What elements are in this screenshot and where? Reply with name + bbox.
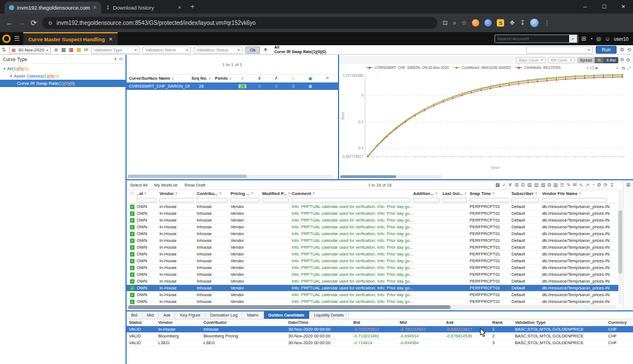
- table-row[interactable]: ✓OWNIn-HouseInhouseVendorInfo: PRPTUAL c…: [127, 244, 618, 251]
- close-button[interactable]: ✕: [614, 0, 633, 14]
- ok-button[interactable]: Ok: [245, 46, 260, 54]
- grid-vscrollbar[interactable]: [618, 189, 622, 305]
- column-header-snap-time[interactable]: Snap Time⇕: [470, 191, 511, 196]
- row-checkbox[interactable]: ✓: [128, 225, 137, 229]
- attach-icon[interactable]: ✉: [573, 182, 577, 188]
- table-row[interactable]: ✓OWNIn-HouseInhouseVendorInfo: PRPTUAL c…: [127, 292, 618, 298]
- table-row[interactable]: ✓OWNIn-HouseInhouseVendorInfo: PRPTUAL c…: [127, 285, 618, 292]
- panel-toggle-icon[interactable]: ⊞: [626, 182, 631, 188]
- golden-candidate-row[interactable]: VALIDBloombergBloomberg Pricing30-Nov-20…: [127, 333, 633, 340]
- show-draft-link[interactable]: Show Draft: [184, 183, 205, 188]
- filter-input-snap-time[interactable]: [470, 198, 509, 202]
- refresh-icon[interactable]: ⟳: [604, 182, 608, 188]
- open-window-icon[interactable]: ⧉: [622, 66, 625, 71]
- export-grid-icon[interactable]: ▤: [527, 182, 532, 188]
- column-header-bid[interactable]: Bid: [353, 320, 400, 325]
- search-account-input[interactable]: [495, 36, 569, 41]
- close-app-tab-icon[interactable]: ✕: [109, 37, 112, 42]
- table-row[interactable]: ✓OWNIn-HouseInhouseVendorInfo: PRPTUAL c…: [127, 231, 618, 237]
- suspect-pause-icon[interactable]: ‖: [251, 76, 268, 81]
- column-header-ask[interactable]: Ask: [446, 320, 492, 325]
- table-row[interactable]: ✓OWNIn-HouseInhouseVendorInfo: PRPTUAL c…: [127, 224, 618, 231]
- chart-settings-icon[interactable]: ⚙: [626, 58, 630, 63]
- address-bar[interactable]: ⚙ invm192.thegoldensource.com:8543/GS/pr…: [42, 17, 437, 29]
- run-button[interactable]: Run: [596, 46, 617, 54]
- close-tab-icon[interactable]: ✕: [177, 5, 181, 10]
- tab-liquidity-details[interactable]: Liquidity Details: [310, 311, 349, 319]
- table-row[interactable]: ✓OWNIn-HouseInhouseVendorInfo: PRPTUAL c…: [127, 251, 618, 258]
- column-header-vendor-file-name[interactable]: Vendor File Name⇕: [542, 191, 610, 196]
- row-checkbox[interactable]: ✓: [128, 239, 137, 243]
- warning-icon[interactable]: ⚠: [285, 76, 302, 81]
- extension-blue-icon[interactable]: [484, 19, 492, 27]
- column-header-st[interactable]: ..st⇕: [137, 191, 159, 196]
- tree-item-asset-classes[interactable]: ▾ Asset Classes(1)(0)(0): [0, 72, 125, 80]
- validation-name-select[interactable]: Validation Name ▾: [142, 46, 191, 54]
- caret-icon[interactable]: ▾: [3, 67, 6, 71]
- tab-ask[interactable]: Ask: [159, 311, 176, 319]
- browser-menu-icon[interactable]: ⋮: [544, 19, 550, 27]
- row-checkbox[interactable]: ✓: [128, 245, 137, 250]
- approve-icon[interactable]: ✓: [615, 66, 619, 71]
- failed-cross-icon[interactable]: ✗: [268, 76, 285, 81]
- filter-input-comment[interactable]: [292, 198, 410, 202]
- cast-icon[interactable]: ⊡: [443, 19, 448, 27]
- curve-type-header[interactable]: Curve Type ▾ ⟲: [0, 55, 125, 64]
- tab-key-figure[interactable]: Key Figure: [175, 311, 205, 319]
- link-icon[interactable]: ∿: [579, 182, 583, 188]
- row-checkbox[interactable]: ✓: [128, 272, 137, 277]
- column-header-date-time[interactable]: Date/Time: [288, 320, 353, 325]
- column-header-rank[interactable]: Rank: [492, 320, 515, 325]
- apps-grid-icon[interactable]: ⊞: [582, 36, 586, 42]
- filter-input-addition[interactable]: [413, 198, 440, 202]
- refresh-button[interactable]: ⟳: [31, 19, 37, 27]
- remove-column-icon[interactable]: ⊟: [521, 182, 525, 188]
- row-checkbox[interactable]: ✓: [128, 211, 137, 216]
- validation-type-select[interactable]: Validation Type ▾: [91, 46, 140, 54]
- downloads-button[interactable]: ↧: [520, 19, 525, 27]
- user-icon[interactable]: ☺: [605, 36, 610, 42]
- print-icon[interactable]: ☰: [560, 182, 565, 188]
- gear-icon[interactable]: ⚙: [619, 47, 624, 53]
- mail-icon[interactable]: ✉: [84, 47, 88, 53]
- row-checkbox[interactable]: ✓: [128, 259, 137, 263]
- percent-button[interactable]: %: [595, 57, 604, 63]
- report-icon[interactable]: ▨: [553, 182, 558, 188]
- edit-icon[interactable]: ✎: [566, 182, 570, 188]
- tree-item-curve-ir-swap-rate[interactable]: Curve IR Swap Rate(1)(0)(0): [0, 80, 125, 87]
- tree-item-all[interactable]: ▾ All(1)(0)(0): [0, 65, 125, 72]
- row-checkbox[interactable]: ✓: [128, 266, 137, 270]
- validation-status-select[interactable]: Validation Status ▾: [194, 46, 242, 54]
- browser-tab-active[interactable]: invm192.thegoldensource.com ✕: [5, 2, 101, 14]
- row-checkbox[interactable]: ✓: [128, 218, 137, 223]
- golden-candidate-row[interactable]: VALIDIn-HouseInhouse30-Nov-2020 00:00:00…: [127, 326, 633, 333]
- caret-icon[interactable]: ▾: [10, 74, 12, 79]
- csv-export-icon[interactable]: ▦: [76, 47, 81, 53]
- bookmark-star-icon[interactable]: ☆: [461, 19, 467, 27]
- filter-input-st[interactable]: [137, 198, 157, 202]
- site-settings-icon[interactable]: ⚙: [48, 20, 53, 26]
- zoom-in-icon[interactable]: ⊕: [54, 47, 58, 53]
- select-all-link[interactable]: Select All: [130, 183, 148, 188]
- column-header-curve-surface-name[interactable]: Curve/Surface Name⇕: [127, 76, 190, 81]
- trend-icon[interactable]: ↗: [319, 76, 336, 81]
- select-all-checkbox[interactable]: ☐: [128, 191, 137, 196]
- action-select[interactable]: ▾: [526, 46, 593, 54]
- refresh-tree-icon[interactable]: ⟲: [119, 57, 123, 62]
- filter-input-contribu[interactable]: [197, 198, 228, 202]
- row-checkbox[interactable]: ✓: [128, 286, 137, 291]
- extensions-icon[interactable]: ❖: [509, 19, 515, 27]
- column-header-currency[interactable]: Currency: [608, 320, 632, 325]
- xrel-button[interactable]: X-Rel: [604, 57, 618, 63]
- table-row[interactable]: ✓OWNIn-HouseInhouseVendorInfo: PRPTUAL c…: [127, 210, 618, 217]
- pdf-export-icon[interactable]: ▦: [68, 47, 73, 53]
- tab-golden-candidate[interactable]: Golden Candidate: [264, 311, 310, 319]
- table-row[interactable]: ✓OWNIn-HouseInhouseVendorInfo: PRPTUAL c…: [127, 258, 618, 265]
- zoom-icon[interactable]: ⌕: [453, 19, 456, 27]
- sort-toggle-icon[interactable]: ⇅: [2, 47, 6, 53]
- ref-curve-select[interactable]: Ref Curve ▾: [548, 57, 575, 63]
- thumbs-up-icon[interactable]: ✓: [502, 182, 506, 188]
- row-checkbox[interactable]: ✓: [128, 205, 137, 209]
- browser-tab-downloads[interactable]: ↧ Download history ✕: [101, 2, 186, 14]
- column-header-contribu[interactable]: Contribu...⇕: [197, 191, 231, 196]
